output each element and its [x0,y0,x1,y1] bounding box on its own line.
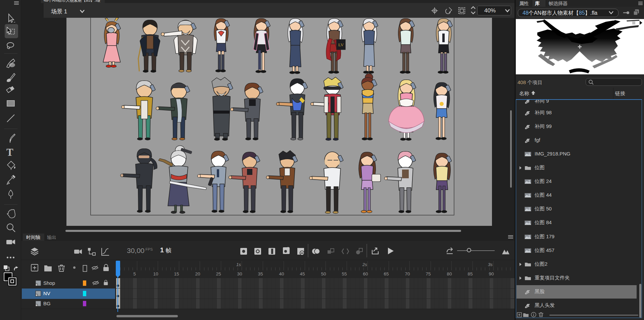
svg-text:LV: LV [338,42,344,47]
svg-text:A: A [287,246,290,251]
